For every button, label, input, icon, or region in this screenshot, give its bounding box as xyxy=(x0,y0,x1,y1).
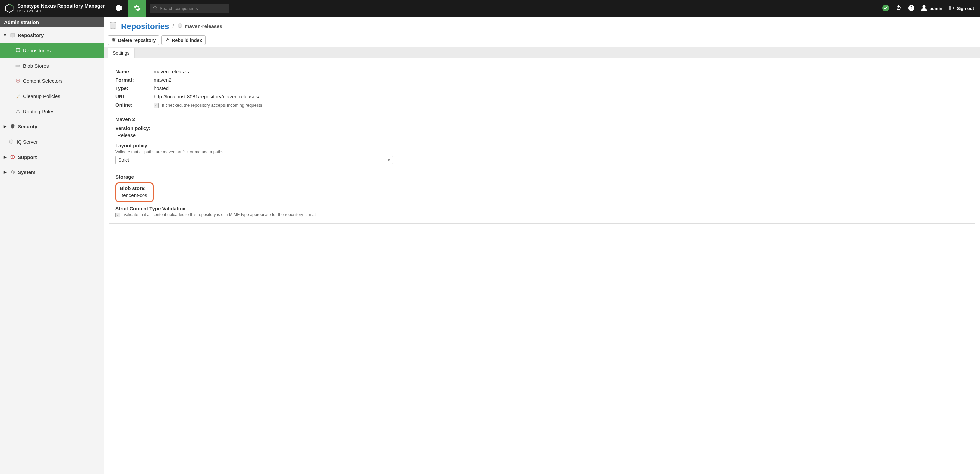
product-title: Sonatype Nexus Repository Manager xyxy=(17,3,105,9)
sidebar-heading: Administration xyxy=(0,16,104,27)
search-input[interactable] xyxy=(160,6,226,11)
broom-icon xyxy=(14,93,21,99)
blob-store-highlight: Blob store: tencent-cos xyxy=(115,182,154,202)
rebuild-index-button[interactable]: Rebuild index xyxy=(161,35,206,45)
sidebar-item-label: Repository xyxy=(18,32,44,38)
brand-block: Sonatype Nexus Repository Manager OSS 3.… xyxy=(0,0,110,16)
cube-icon xyxy=(115,4,123,13)
sidebar-item-label: Blob Stores xyxy=(23,63,49,69)
sidebar-item-label: Cleanup Policies xyxy=(23,93,60,99)
sidebar-item-iq-server[interactable]: IQ Server xyxy=(0,134,104,149)
url-value: http://localhost:8081/repository/maven-r… xyxy=(154,94,259,99)
strict-content-label: Strict Content Type Validation: xyxy=(115,206,969,211)
toolbar: Delete repository Rebuild index xyxy=(105,34,980,46)
check-circle-icon xyxy=(882,4,889,13)
refresh-button[interactable] xyxy=(896,5,902,12)
sidebar-item-blob-stores[interactable]: Blob Stores xyxy=(0,58,104,73)
search-icon xyxy=(153,6,158,11)
chevron-right-icon: ▶ xyxy=(3,155,7,159)
svg-point-5 xyxy=(923,5,926,8)
sidebar-item-label: IQ Server xyxy=(16,139,38,145)
top-header: Sonatype Nexus Repository Manager OSS 3.… xyxy=(0,0,980,16)
breadcrumb-leaf-label: maven-releases xyxy=(185,24,222,29)
breadcrumb-separator: / xyxy=(172,24,173,29)
sidebar-item-repository[interactable]: ▼ Repository xyxy=(0,27,104,43)
folder-icon xyxy=(9,32,16,38)
lifebuoy-icon xyxy=(9,154,16,160)
product-version: OSS 3.28.1-01 xyxy=(17,9,105,13)
sidebar-item-content-selectors[interactable]: Content Selectors xyxy=(0,73,104,88)
layout-policy-value: Strict xyxy=(118,157,129,163)
sign-out-icon xyxy=(948,5,955,12)
sidebar-item-security[interactable]: ▶ Security xyxy=(0,119,104,134)
admin-mode-button[interactable] xyxy=(128,0,146,16)
header-right: ? admin Sign out xyxy=(882,0,980,16)
wrench-icon xyxy=(165,37,170,43)
svg-line-12 xyxy=(18,95,20,96)
sign-out-label: Sign out xyxy=(957,6,974,11)
chevron-right-icon: ▶ xyxy=(3,170,7,174)
format-label: Format: xyxy=(115,77,154,83)
user-menu[interactable]: admin xyxy=(921,4,942,13)
sidebar-item-label: Support xyxy=(18,154,37,160)
nexus-logo-icon xyxy=(5,4,14,13)
settings-panel: Name: maven-releases Format: maven2 Type… xyxy=(109,62,975,224)
breadcrumb-leaf: maven-releases xyxy=(177,23,222,30)
blob-store-value: tencent-cos xyxy=(120,191,150,199)
sidebar-item-repositories[interactable]: Repositories xyxy=(0,43,104,58)
sidebar-item-routing-rules[interactable]: Routing Rules xyxy=(0,104,104,119)
user-icon xyxy=(921,4,928,13)
blob-store-label: Blob store: xyxy=(120,185,150,191)
sidebar-item-support[interactable]: ▶ Support xyxy=(0,149,104,164)
svg-point-7 xyxy=(16,48,20,49)
shield-icon xyxy=(9,124,16,129)
database-small-icon xyxy=(177,23,183,30)
strict-content-checkbox[interactable]: ✓ xyxy=(115,212,120,217)
sidebar-item-label: Security xyxy=(18,124,37,129)
chevron-down-icon: ▾ xyxy=(388,157,390,163)
svg-point-15 xyxy=(12,156,13,158)
sidebar-item-label: Routing Rules xyxy=(23,109,54,114)
refresh-icon xyxy=(896,5,902,12)
status-ok-button[interactable] xyxy=(882,4,889,13)
online-help: ✓ If checked, the repository accepts inc… xyxy=(154,103,262,108)
strict-content-help: ✓ Validate that all content uploaded to … xyxy=(115,212,969,217)
delete-label: Delete repository xyxy=(118,38,156,43)
layout-policy-select[interactable]: Strict ▾ xyxy=(115,156,393,164)
svg-text:?: ? xyxy=(910,6,913,10)
chevron-right-icon: ▶ xyxy=(3,124,7,129)
delete-repository-button[interactable]: Delete repository xyxy=(108,35,159,45)
name-value: maven-releases xyxy=(154,69,189,75)
sidebar-item-system[interactable]: ▶ System xyxy=(0,164,104,180)
tab-settings[interactable]: Settings xyxy=(108,48,135,58)
sidebar-item-cleanup-policies[interactable]: Cleanup Policies xyxy=(0,88,104,104)
help-circle-icon: ? xyxy=(908,5,915,12)
breadcrumb: Repositories / maven-releases xyxy=(105,16,980,34)
type-label: Type: xyxy=(115,85,154,91)
main-content: Repositories / maven-releases Delete rep… xyxy=(105,16,980,474)
maven2-section-heading: Maven 2 xyxy=(115,117,969,122)
url-label: URL: xyxy=(115,94,154,99)
strict-content-help-text: Validate that all content uploaded to th… xyxy=(123,212,316,217)
gear-icon xyxy=(134,4,141,13)
storage-section-heading: Storage xyxy=(115,174,969,180)
layout-policy-help: Validate that all paths are maven artifa… xyxy=(115,150,969,154)
target-icon xyxy=(14,78,21,84)
name-label: Name: xyxy=(115,69,154,75)
online-checkbox[interactable]: ✓ xyxy=(154,103,159,108)
search-box[interactable] xyxy=(150,4,229,13)
help-button[interactable]: ? xyxy=(908,5,915,12)
breadcrumb-root[interactable]: Repositories xyxy=(121,22,169,31)
iq-icon xyxy=(8,139,14,144)
chevron-down-icon: ▼ xyxy=(3,33,7,37)
svg-point-17 xyxy=(110,22,116,24)
database-icon xyxy=(108,21,118,32)
database-icon xyxy=(14,47,21,53)
browse-mode-button[interactable] xyxy=(110,0,128,16)
sidebar-item-label: Content Selectors xyxy=(23,78,62,84)
trash-icon xyxy=(111,37,116,43)
sidebar-item-label: System xyxy=(18,169,35,175)
online-label: Online: xyxy=(115,102,154,108)
svg-marker-13 xyxy=(10,140,13,144)
sign-out-button[interactable]: Sign out xyxy=(948,5,974,12)
